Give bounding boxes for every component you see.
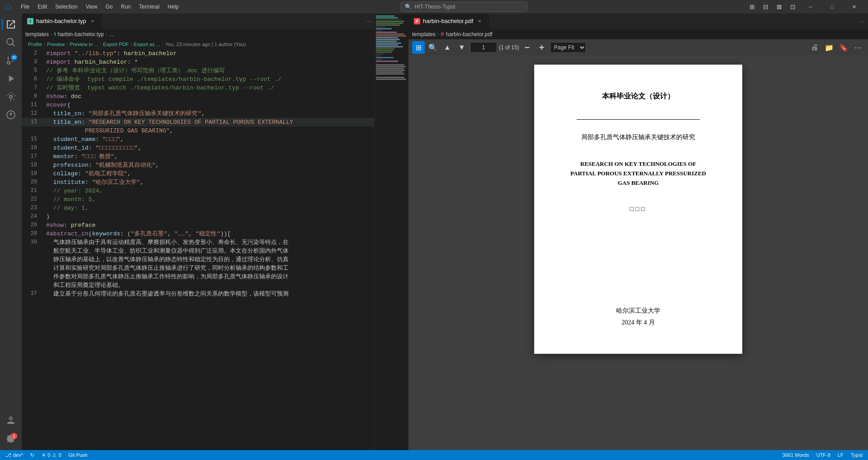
pdf-tab-label: harbin-bachelor.pdf	[423, 18, 473, 24]
menu-selection[interactable]: Selection	[52, 3, 81, 11]
editor-breadcrumb: templates › t harbin-bachelor.typ › …	[22, 29, 375, 39]
pdf-next-btn[interactable]: ▼	[455, 41, 468, 54]
pdf-thumbnail-btn[interactable]: ⊞	[412, 41, 425, 54]
pdf-prev-btn[interactable]: ▲	[441, 41, 454, 54]
pdf-author: □□□	[630, 206, 646, 213]
breadcrumb-sep-1: ›	[51, 31, 52, 38]
pdf-zoom-in-btn[interactable]: +	[536, 41, 548, 54]
minimap-line	[376, 32, 397, 33]
menu-help[interactable]: Help	[164, 3, 183, 11]
minimap-line	[376, 44, 398, 46]
file-info-export-pdf[interactable]: Export PDF	[103, 42, 129, 47]
editor-tab-more[interactable]: ···	[362, 14, 375, 29]
file-info-author: You, 23 minutes ago | 1 author (You)	[165, 42, 246, 47]
title-bar-right: ⊞ ⊟ ⊠ ⊡ ─ □ ✕	[746, 0, 864, 14]
code-line: PRESSURIZED GAS BEARING",	[22, 127, 375, 135]
code-line: 19 collage: "机电工程学院",	[22, 169, 375, 178]
activity-source-control[interactable]: 30	[2, 52, 20, 70]
status-word-count[interactable]: 3661 Words	[781, 450, 811, 460]
code-line: 航空航天工业、半导体工业、纺织工业和测量仪器中得到广泛应用。本文在分析国内外气体	[22, 247, 375, 255]
pdf-breadcrumb-file[interactable]: P harbin-bachelor.pdf	[441, 31, 492, 38]
status-git[interactable]: Git Push	[66, 450, 89, 460]
pdf-breadcrumb-templates[interactable]: templates	[412, 31, 436, 38]
pdf-breadcrumb: templates › P harbin-bachelor.pdf	[408, 29, 868, 39]
activity-settings[interactable]: 1	[2, 430, 20, 448]
breadcrumb-more[interactable]: …	[109, 31, 114, 38]
breadcrumb-file[interactable]: t harbin-bachelor.typ	[54, 31, 104, 38]
word-count-text: 3661 Words	[783, 452, 809, 458]
maximize-button[interactable]: □	[822, 0, 843, 14]
error-count: 0	[47, 452, 50, 458]
layout2-icon[interactable]: ⊟	[759, 2, 772, 12]
menu-edit[interactable]: Edit	[34, 3, 51, 11]
layout-icon[interactable]: ⊞	[746, 2, 759, 12]
pdf-zoom-select[interactable]: Page Fit 50% 75% 100% 125% 150%	[550, 42, 586, 53]
menu-file[interactable]: File	[17, 3, 33, 11]
pdf-print-btn[interactable]: 🖨	[808, 41, 821, 54]
status-left: ⎇ dev* ↻ ✕ 0 ⚠ 0 Git Push	[4, 450, 89, 460]
branch-name: dev*	[13, 452, 23, 458]
status-sync[interactable]: ↻	[28, 450, 36, 460]
file-info-export-as[interactable]: Export as ...	[134, 42, 161, 47]
pdf-content[interactable]: 本科毕业论文（设计） 局部多孔质气体静压轴承关键技术的研究 RESEARCH O…	[408, 56, 868, 450]
status-branch[interactable]: ⎇ dev*	[4, 450, 25, 460]
close-button[interactable]: ✕	[844, 0, 864, 14]
pdf-search-btn[interactable]: 🔍	[427, 41, 439, 54]
code-line: 26 #show: preface	[22, 221, 375, 230]
menu-go[interactable]: Go	[102, 3, 116, 11]
minimap-line	[376, 15, 395, 17]
pdf-tab-active[interactable]: P harbin-bachelor.pdf ×	[408, 14, 489, 29]
code-line: 9 #show: doc	[22, 92, 375, 101]
menu-view[interactable]: View	[82, 3, 101, 11]
file-info-sep4: |	[131, 42, 132, 47]
code-line: 22 // month: 5,	[22, 195, 375, 204]
activity-account[interactable]	[2, 412, 20, 430]
pdf-zoom-out-btn[interactable]: −	[521, 41, 534, 54]
file-info-preview-in[interactable]: Preview in ...	[70, 42, 98, 47]
layout4-icon[interactable]: ⊡	[787, 2, 799, 12]
menu-terminal[interactable]: Terminal	[135, 3, 163, 11]
code-line: 20 institute: "哈尔滨工业大学",	[22, 178, 375, 187]
pdf-tab-more[interactable]: ···	[856, 14, 868, 29]
code-line: 13 title_en: "RESEARCH ON KEY TECHNOLOGI…	[22, 118, 375, 127]
title-bar-left: ⬡ File Edit Selection View Go Run Termin…	[4, 2, 182, 11]
editor-tab-active[interactable]: t harbin-bachelor.typ ×	[22, 14, 102, 29]
file-info-preview[interactable]: Preview	[47, 42, 65, 47]
minimap-line	[376, 71, 403, 73]
status-line-ending[interactable]: LF	[836, 450, 845, 460]
minimap-line	[376, 77, 404, 78]
breadcrumb-templates[interactable]: templates	[25, 31, 49, 38]
pdf-save-btn[interactable]: 📁	[823, 41, 835, 54]
pdf-tab-close[interactable]: ×	[476, 18, 483, 25]
layout3-icon[interactable]: ⊠	[773, 2, 786, 12]
menu-run[interactable]: Run	[117, 3, 134, 11]
search-icon: 🔍	[405, 4, 412, 10]
activity-explorer[interactable]	[2, 15, 20, 33]
minimap-line	[376, 52, 392, 53]
activity-extensions[interactable]	[2, 88, 20, 106]
status-encoding[interactable]: UTF-8	[815, 450, 832, 460]
pdf-page-input[interactable]	[470, 42, 497, 53]
minimap-line	[376, 50, 394, 51]
pdf-bookmark-btn[interactable]: 🔖	[837, 41, 850, 54]
minimap-line	[376, 46, 403, 47]
global-search-box[interactable]: 🔍 HIT-Thesis-Typst	[401, 2, 527, 12]
code-editor[interactable]: 2 #import "../lib.typ": harbin_bachelor …	[22, 49, 375, 450]
activity-run[interactable]	[2, 70, 20, 88]
pdf-more-btn[interactable]: ⋯	[852, 41, 864, 54]
minimize-button[interactable]: ─	[800, 0, 821, 14]
editor-tab-close[interactable]: ×	[89, 18, 96, 25]
activity-search[interactable]	[2, 33, 20, 52]
file-info-sep2: |	[66, 42, 68, 47]
minimap-line	[376, 41, 397, 42]
search-placeholder: HIT-Thesis-Typst	[414, 4, 455, 10]
activity-remote-explorer[interactable]	[2, 106, 20, 124]
code-line: 16 student_id: "□□□□□□□□□□",	[22, 144, 375, 152]
status-errors[interactable]: ✕ 0 ⚠ 0	[40, 450, 63, 460]
minimap-line	[376, 62, 379, 64]
file-info-profile[interactable]: Profile	[28, 42, 42, 47]
minimap[interactable]	[375, 14, 408, 450]
status-language[interactable]: Typst	[849, 450, 864, 460]
file-info-bar: Profile | Preview | Preview in ... | Exp…	[22, 39, 375, 49]
minimap-line	[376, 64, 404, 66]
